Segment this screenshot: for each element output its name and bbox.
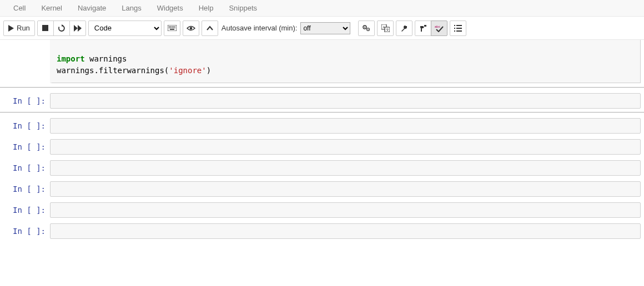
svg-rect-9 — [173, 26, 174, 27]
menu-navigate[interactable]: Navigate — [70, 1, 114, 16]
translate-icon: A文 — [381, 24, 390, 32]
svg-text:abc: abc — [435, 25, 440, 28]
stop-icon — [42, 25, 48, 31]
svg-rect-26 — [424, 25, 426, 27]
chevron-up-icon — [207, 25, 213, 31]
code-cell[interactable]: In [ ]: — [0, 116, 644, 136]
svg-marker-0 — [8, 25, 14, 32]
svg-rect-32 — [454, 30, 455, 32]
wrench-icon — [400, 24, 408, 32]
svg-marker-4 — [78, 25, 82, 32]
prompt-area — [0, 40, 50, 83]
svg-rect-7 — [170, 26, 171, 27]
svg-marker-3 — [74, 25, 78, 32]
code-font-button[interactable] — [358, 21, 375, 36]
svg-point-19 — [364, 27, 365, 28]
svg-rect-1 — [42, 25, 48, 31]
svg-rect-10 — [174, 26, 175, 27]
code-text: warnings.filterwarnings( — [57, 66, 169, 75]
input-prompt: In [ ]: — [0, 181, 50, 197]
code-cell[interactable]: In [ ]: — [0, 221, 644, 241]
spellcheck-button[interactable]: abc — [431, 21, 447, 36]
svg-rect-16 — [170, 29, 174, 30]
menu-cell[interactable]: Cell — [6, 1, 33, 16]
code-text: ) — [207, 66, 211, 75]
code-text: warnings — [85, 54, 127, 63]
variable-inspector-button[interactable] — [415, 21, 431, 36]
hide-header-button[interactable] — [202, 21, 218, 36]
input-prompt: In [ ]: — [0, 223, 50, 239]
input-prompt: In [ ]: — [0, 202, 50, 218]
svg-rect-30 — [454, 28, 455, 29]
svg-rect-15 — [174, 28, 175, 29]
command-palette-button[interactable] — [164, 21, 180, 36]
eye-icon — [187, 25, 195, 32]
code-input[interactable] — [50, 202, 641, 218]
svg-rect-6 — [169, 26, 170, 27]
code-input[interactable] — [50, 223, 641, 239]
code-cell[interactable]: In [ ]: — [0, 158, 644, 178]
translate-button[interactable]: A文 — [377, 21, 394, 36]
toggle-presentation-button[interactable] — [183, 21, 199, 36]
svg-rect-12 — [170, 28, 171, 29]
hammer-icon — [419, 24, 427, 32]
menu-kernel[interactable]: Kernel — [33, 1, 70, 16]
cell-type-select[interactable]: Code — [88, 21, 162, 36]
code-cell[interactable]: In [ ]: — [0, 200, 644, 220]
list-icon — [454, 25, 462, 32]
svg-text:文: 文 — [386, 28, 389, 32]
code-cell[interactable]: In [ ]: — [0, 137, 644, 157]
autosave-label: Autosave interval (min): — [222, 24, 298, 32]
keyboard-icon — [168, 25, 177, 31]
input-prompt: In [ ]: — [0, 93, 50, 109]
code-input[interactable] — [50, 118, 641, 134]
svg-rect-28 — [454, 25, 455, 26]
svg-point-17 — [190, 27, 193, 29]
svg-rect-11 — [169, 28, 170, 29]
restart-icon — [58, 24, 66, 32]
notebook-container: import warnings warnings.filterwarnings(… — [0, 40, 644, 241]
run-button[interactable]: Run — [3, 21, 35, 36]
svg-rect-29 — [456, 25, 462, 26]
spellcheck-icon: abc — [435, 24, 444, 32]
cell-divider — [0, 112, 644, 113]
nbextensions-config-button[interactable] — [396, 21, 412, 36]
input-prompt: In [ ]: — [0, 139, 50, 155]
menu-langs[interactable]: Langs — [114, 1, 149, 16]
restart-run-all-button[interactable] — [69, 21, 86, 36]
code-input[interactable] — [50, 93, 641, 109]
svg-rect-8 — [172, 26, 173, 27]
code-cell[interactable]: In [ ]: — [0, 179, 644, 199]
cell-divider — [0, 87, 644, 88]
svg-rect-14 — [173, 28, 174, 29]
code-input[interactable]: import warnings warnings.filterwarnings(… — [50, 40, 641, 83]
svg-rect-33 — [456, 30, 462, 32]
run-label: Run — [17, 24, 30, 32]
code-input[interactable] — [50, 181, 641, 197]
toolbar: Run Code Autosave interval (min): off — [0, 17, 644, 40]
interrupt-button[interactable] — [37, 21, 54, 36]
input-prompt: In [ ]: — [0, 160, 50, 176]
code-cell[interactable]: In [ ]: — [0, 91, 644, 111]
string-literal: 'ignore' — [169, 66, 206, 75]
toc-button[interactable] — [450, 21, 466, 36]
code-input[interactable] — [50, 139, 641, 155]
menubar: Cell Kernel Navigate Langs Widgets Help … — [0, 0, 644, 17]
play-icon — [8, 25, 14, 32]
code-cell[interactable]: import warnings warnings.filterwarnings(… — [0, 40, 644, 86]
menu-snippets[interactable]: Snippets — [221, 1, 265, 16]
svg-rect-13 — [172, 28, 173, 29]
menu-widgets[interactable]: Widgets — [149, 1, 191, 16]
code-input[interactable] — [50, 160, 641, 176]
restart-button[interactable] — [53, 21, 70, 36]
autosave-select[interactable]: off — [300, 22, 350, 34]
fast-forward-icon — [74, 25, 82, 32]
svg-rect-31 — [456, 28, 462, 29]
input-prompt: In [ ]: — [0, 118, 50, 134]
svg-point-21 — [368, 29, 369, 30]
keyword: import — [57, 54, 85, 63]
gears-icon — [362, 24, 371, 32]
menu-help[interactable]: Help — [191, 1, 222, 16]
